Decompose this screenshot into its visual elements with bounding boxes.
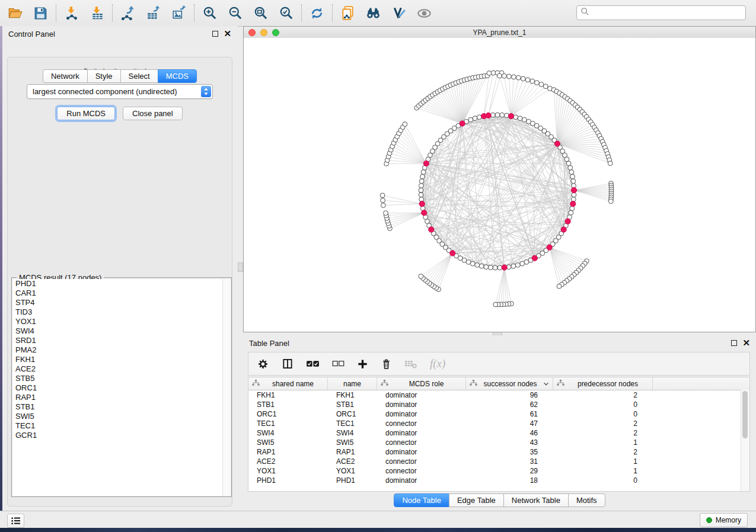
table-cell[interactable]: 31	[466, 457, 553, 466]
table-cell[interactable]: 47	[466, 419, 553, 428]
mcds-result-item[interactable]: GCR1	[12, 431, 231, 440]
table-cell[interactable]: PHD1	[328, 476, 377, 485]
tab-network-table[interactable]: Network Table	[503, 493, 569, 507]
vertical-splitter-handle[interactable]	[238, 262, 243, 272]
close-panel-icon[interactable]: ✕	[742, 340, 750, 346]
table-cell[interactable]: ORC1	[248, 409, 328, 419]
table-cell[interactable]: PHD1	[248, 476, 328, 485]
table-mode-icon[interactable]	[257, 358, 269, 370]
table-row[interactable]: RAP1RAP1dominator352	[248, 447, 749, 457]
mcds-result-item[interactable]: PHD1	[12, 279, 231, 289]
tab-mcds[interactable]: MCDS	[158, 69, 197, 83]
export-network-icon[interactable]	[120, 5, 136, 21]
table-cell[interactable]: ACE2	[248, 457, 328, 466]
table-cell[interactable]: 0	[553, 400, 653, 409]
export-table-icon[interactable]	[145, 5, 161, 21]
search-input[interactable]	[592, 8, 745, 18]
tab-edge-table[interactable]: Edge Table	[449, 493, 504, 507]
zoom-selected-icon[interactable]	[278, 5, 294, 21]
table-cell[interactable]: dominator	[377, 428, 466, 438]
delete-columns-icon[interactable]	[381, 358, 392, 370]
table-row[interactable]: SWI4SWI4dominator462	[248, 428, 749, 438]
mcds-result-item[interactable]: ACE2	[12, 364, 231, 374]
select-all-icon[interactable]	[306, 359, 320, 368]
import-network-icon[interactable]	[63, 5, 79, 21]
float-window-icon[interactable]	[212, 31, 218, 37]
zoom-out-icon[interactable]	[227, 5, 243, 21]
search-box[interactable]	[576, 5, 746, 20]
table-cell[interactable]: 1	[553, 466, 653, 476]
table-cell[interactable]: 2	[553, 390, 653, 400]
table-row[interactable]: STB1STB1dominator620	[248, 400, 749, 409]
table-row[interactable]: FKH1FKH1dominator962	[248, 390, 749, 400]
table-cell[interactable]: RAP1	[248, 447, 328, 457]
mcds-result-item[interactable]: STB1	[12, 402, 231, 412]
table-cell[interactable]: RAP1	[328, 447, 377, 457]
table-cell[interactable]: YOX1	[248, 466, 328, 476]
table-cell[interactable]: 18	[466, 476, 553, 485]
table-cell[interactable]: 1	[553, 457, 653, 466]
mcds-result-item[interactable]: STP4	[12, 298, 231, 307]
table-cell[interactable]: 2	[553, 419, 653, 428]
mcds-result-item[interactable]: CAR1	[12, 289, 231, 298]
table-cell[interactable]: dominator	[377, 400, 466, 409]
table-cell[interactable]: connector	[377, 438, 466, 447]
table-cell[interactable]: connector	[377, 419, 466, 428]
table-cell[interactable]: 29	[466, 466, 553, 476]
table-cell[interactable]: dominator	[377, 476, 466, 485]
export-image-icon[interactable]	[171, 5, 187, 21]
table-cell[interactable]: 62	[466, 400, 553, 409]
network-canvas[interactable]	[244, 38, 755, 332]
show-graphics-details-icon[interactable]	[416, 5, 432, 21]
table-cell[interactable]: SWI4	[328, 428, 377, 438]
table-row[interactable]: TEC1TEC1connector472	[248, 419, 749, 428]
open-file-icon[interactable]	[7, 5, 23, 21]
float-window-icon[interactable]	[731, 340, 737, 346]
mcds-result-list[interactable]: PHD1CAR1STP4TID3YOX1SWI4SRD1PMA2FKH1ACE2…	[12, 279, 231, 496]
table-cell[interactable]: 61	[466, 409, 553, 419]
table-cell[interactable]: dominator	[377, 390, 466, 400]
column-header-name[interactable]: name	[328, 377, 377, 390]
table-cell[interactable]: SWI4	[248, 428, 328, 438]
table-cell[interactable]: 0	[553, 409, 653, 419]
mcds-result-item[interactable]: SWI5	[12, 412, 231, 421]
mcds-result-item[interactable]: PMA2	[12, 345, 231, 355]
tab-motifs[interactable]: Motifs	[568, 493, 605, 507]
open-vizmapper-icon[interactable]	[391, 5, 407, 21]
table-cell[interactable]: 2	[553, 428, 653, 438]
memory-button[interactable]: Memory	[700, 513, 748, 527]
deselect-all-icon[interactable]	[332, 360, 344, 368]
network-window-titlebar[interactable]: YPA_prune.txt_1	[244, 27, 755, 39]
new-network-from-selection-icon[interactable]	[340, 5, 356, 21]
show-hide-columns-icon[interactable]	[282, 358, 294, 370]
column-header-successor-nodes[interactable]: successor nodes	[466, 377, 553, 390]
show-panel-list-button[interactable]	[7, 514, 24, 528]
find-icon[interactable]	[365, 5, 381, 21]
run-mcds-button[interactable]: Run MCDS	[57, 107, 115, 120]
table-cell[interactable]: connector	[377, 466, 466, 476]
table-cell[interactable]: connector	[377, 457, 466, 466]
table-scrollbar[interactable]	[741, 390, 749, 491]
optimization-criterion-select[interactable]: largest connected component (undirected)	[27, 84, 213, 99]
table-cell[interactable]: dominator	[377, 447, 466, 457]
table-cell[interactable]: ORC1	[328, 409, 377, 419]
mcds-result-item[interactable]: TEC1	[12, 421, 231, 431]
close-panel-button[interactable]: Close panel	[123, 107, 183, 120]
table-cell[interactable]: 2	[553, 447, 653, 457]
table-row[interactable]: SWI5SWI5connector431	[248, 438, 749, 447]
mcds-result-item[interactable]: STB5	[12, 374, 231, 383]
mcds-result-item[interactable]: RAP1	[12, 393, 231, 402]
tab-network[interactable]: Network	[43, 69, 88, 83]
create-column-icon[interactable]	[357, 358, 368, 370]
import-table-icon[interactable]	[89, 5, 105, 21]
mcds-result-item[interactable]: FKH1	[12, 355, 231, 364]
table-row[interactable]: PHD1PHD1dominator180	[248, 476, 749, 485]
table-cell[interactable]: 1	[553, 438, 653, 447]
tab-select[interactable]: Select	[120, 69, 158, 83]
zoom-in-icon[interactable]	[202, 5, 218, 21]
table-cell[interactable]: YOX1	[328, 466, 377, 476]
table-row[interactable]: ORC1ORC1dominator610	[248, 409, 749, 419]
apply-layout-icon[interactable]	[309, 5, 325, 21]
table-cell[interactable]: ACE2	[328, 457, 377, 466]
table-cell[interactable]: SWI5	[248, 438, 328, 447]
